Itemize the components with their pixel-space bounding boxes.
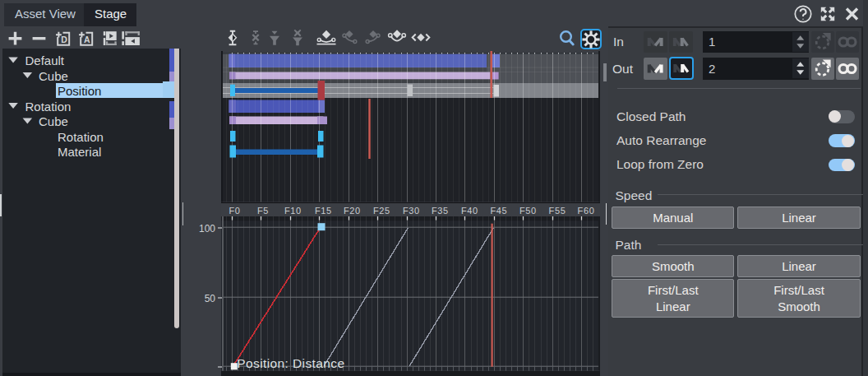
svg-text:A: A (84, 35, 90, 44)
svg-text:D: D (61, 35, 67, 44)
svg-text:Position: Distance: Position: Distance (237, 356, 344, 370)
